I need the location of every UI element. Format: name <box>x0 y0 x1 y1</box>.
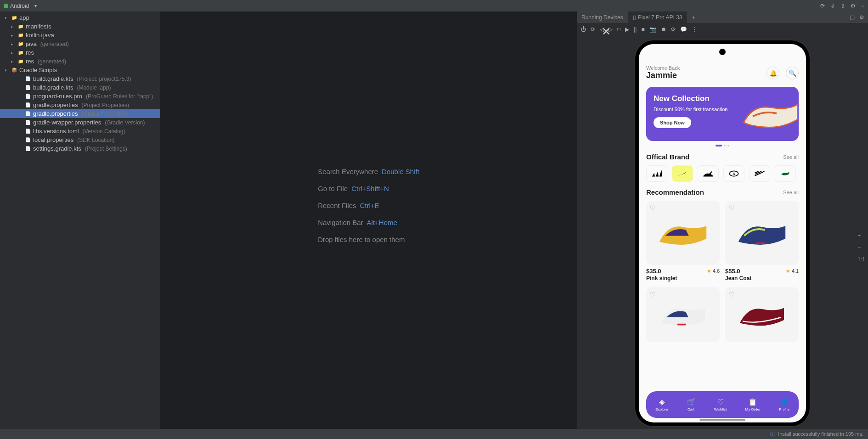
tree-label: res <box>26 58 34 65</box>
tree-extra: (Global Properties) <box>82 111 128 117</box>
minimize-icon[interactable]: − <box>861 3 864 9</box>
tree-root-app[interactable]: ▾ 📁 app <box>0 13 160 22</box>
tree-item[interactable]: 📄 gradle.properties (Global Properties) <box>0 109 160 118</box>
shop-now-button[interactable]: Shop Now <box>654 117 691 128</box>
caret-icon: ▸ <box>11 51 16 55</box>
tab-device[interactable]: ▯ Pixel 7 Pro API 33 <box>628 11 688 23</box>
emulator-panel: Running Devices ▯ Pixel 7 Pro API 33 + ▢… <box>576 11 868 429</box>
expand-icon[interactable]: ⇧ <box>840 3 845 9</box>
chat-icon[interactable]: 💬 <box>680 26 687 33</box>
dot-active[interactable] <box>716 145 722 146</box>
brand-nike[interactable] <box>672 165 693 182</box>
product-card[interactable]: ♡ $35.0 ★ 4.6 Pink singlet <box>646 201 720 281</box>
dot[interactable] <box>727 145 729 146</box>
see-all-brands[interactable]: See all <box>783 154 799 160</box>
maximize-icon[interactable]: ▢ <box>850 14 855 21</box>
tree-label: local.properties <box>33 136 73 143</box>
banner-dots <box>646 145 799 146</box>
tree-item[interactable]: 📄 build.gradle.kts (Project: project175.… <box>0 74 160 83</box>
more-icon[interactable]: ⋮ <box>692 26 697 33</box>
wishlist-icon[interactable]: ♡ <box>650 204 656 212</box>
brand-adidas[interactable] <box>646 165 667 182</box>
volume-icon[interactable]: ⟳ <box>591 26 595 33</box>
tab-add[interactable]: + <box>687 14 699 21</box>
tree-item[interactable]: 📄 proguard-rules.pro (ProGuard Rules for… <box>0 92 160 101</box>
home-indicator[interactable] <box>699 419 745 421</box>
wishlist-icon[interactable]: ♡ <box>650 291 656 298</box>
collapse-icon[interactable]: ⇩ <box>830 3 835 9</box>
project-tree[interactable]: ▾ 📁 app ▸ 📁 manifests ▸ 📁 kotlin+java ▸ … <box>0 11 161 429</box>
zoom-fit-icon[interactable]: 1:1 <box>857 256 865 263</box>
brand-lacoste[interactable] <box>775 165 796 182</box>
ide-status-bar: ⓘ Install successfully finished in 195 m… <box>0 429 868 439</box>
product-card[interactable]: ♡ <box>725 287 799 342</box>
nav-wishlist[interactable]: ♡Wishlist <box>714 398 727 411</box>
file-icon: 📄 <box>25 137 31 143</box>
tree-label: proguard-rules.pro <box>33 93 82 100</box>
dot[interactable] <box>724 145 726 146</box>
nav-explore[interactable]: ◈Explore <box>655 398 668 411</box>
tree-item[interactable]: 📄 local.properties (SDK Location) <box>0 135 160 144</box>
tree-gradle-scripts[interactable]: ▾ 📦 Gradle Scripts <box>0 66 160 74</box>
tree-item[interactable]: ▸ 📁 kotlin+java <box>0 31 160 39</box>
product-card[interactable]: ♡ <box>646 287 720 342</box>
drop-hint: Drop files here to open them <box>318 236 419 243</box>
device-frame-icon[interactable]: □ <box>617 26 620 33</box>
reload-icon[interactable]: ⟳ <box>671 26 676 33</box>
nav-orders[interactable]: 📋My Order <box>745 398 761 411</box>
power-icon[interactable]: ⏻ <box>581 26 586 33</box>
product-price: $55.0 <box>725 268 740 275</box>
info-icon[interactable]: ⓘ <box>770 431 775 438</box>
screenshot-icon[interactable]: 📷 <box>649 26 656 33</box>
zoom-out-icon[interactable]: − <box>857 244 865 251</box>
record-icon[interactable]: ⏺ <box>661 26 666 33</box>
nav-cart[interactable]: 🛒Cart <box>687 398 696 411</box>
product-image <box>654 298 712 331</box>
tree-item[interactable]: ▸ 📁 java (generated) <box>0 39 160 48</box>
project-selector[interactable]: Android ▾ <box>4 3 37 9</box>
sync-icon[interactable]: ⟳ <box>820 3 825 9</box>
tree-item[interactable]: ▸ 📁 manifests <box>0 22 160 31</box>
tree-item[interactable]: 📄 build.gradle.kts (Module :app) <box>0 83 160 92</box>
hint-label: Navigation Bar <box>318 219 363 226</box>
product-image <box>733 298 791 331</box>
tree-item[interactable]: 📄 libs.versions.toml (Version Catalog) <box>0 127 160 135</box>
nav-profile[interactable]: 👤Profile <box>779 398 789 411</box>
file-icon: 📄 <box>25 84 31 91</box>
wishlist-icon[interactable]: ♡ <box>729 204 735 212</box>
product-image <box>654 214 712 252</box>
phone-frame: Welcome Back Jammie 🔔 🔍 New Collection D… <box>635 40 810 426</box>
tab-running-devices[interactable]: Running Devices <box>577 11 628 23</box>
gear-icon[interactable]: ⚙ <box>851 3 856 9</box>
phone-camera-notch <box>719 49 726 55</box>
tree-item[interactable]: 📄 gradle.properties (Project Properties) <box>0 101 160 109</box>
brand-skechers[interactable]: S <box>723 165 744 182</box>
zoom-in-icon[interactable]: + <box>857 232 865 239</box>
promo-banner[interactable]: New Collection Discount 50% for first tr… <box>646 87 799 141</box>
zoom-tools: + − 1:1 <box>857 232 865 263</box>
folder-icon: 📁 <box>17 58 24 65</box>
product-card[interactable]: ♡ $55.0 ★ 4.1 Jean Coat <box>725 201 799 281</box>
hint-shortcut: Ctrl+Shift+N <box>351 185 389 192</box>
tree-item[interactable]: ▸ 📁 res <box>0 48 160 57</box>
file-icon: 📄 <box>25 111 31 117</box>
notification-icon[interactable]: 🔔 <box>767 67 779 79</box>
overview-icon[interactable]: ■ <box>641 26 644 33</box>
caret-icon: ▸ <box>11 59 16 64</box>
brand-reebok[interactable] <box>749 165 770 182</box>
editor-hint: Navigation BarAlt+Home <box>318 219 419 226</box>
see-all-reco[interactable]: See all <box>783 190 799 195</box>
brand-puma[interactable] <box>698 165 719 182</box>
tree-item[interactable]: ▸ 📁 res (generated) <box>0 57 160 66</box>
tree-item[interactable]: 📄 gradle-wrapper.properties (Gradle Vers… <box>0 118 160 127</box>
caret-icon: ▸ <box>11 24 16 29</box>
search-icon[interactable]: 🔍 <box>786 67 799 79</box>
back-icon[interactable]: ▶ <box>625 26 629 33</box>
brand-list[interactable]: S <box>646 165 799 182</box>
gear-icon[interactable]: ⚙ <box>859 14 864 21</box>
tree-item[interactable]: 📄 settings.gradle.kts (Project Settings) <box>0 144 160 153</box>
home-icon[interactable]: || <box>634 26 637 33</box>
emulator-canvas: + − 1:1 Welcome Back Jammie <box>577 36 868 429</box>
wishlist-icon[interactable]: ♡ <box>729 291 735 298</box>
phone-screen[interactable]: Welcome Back Jammie 🔔 🔍 New Collection D… <box>639 44 806 422</box>
